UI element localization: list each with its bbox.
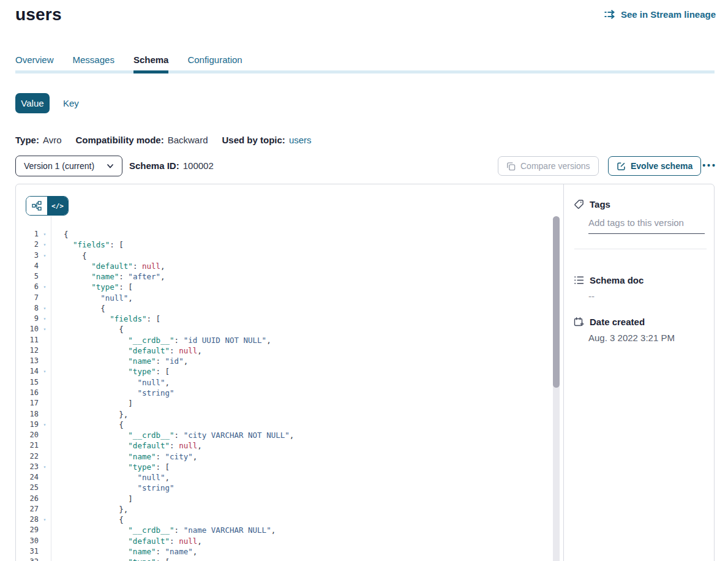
fold-arrow-icon[interactable]: ▾ xyxy=(39,282,51,292)
compatibility-label: Compatibility mode: xyxy=(75,135,163,145)
fold-arrow-icon[interactable]: ▾ xyxy=(39,557,51,561)
fold-arrow-icon[interactable]: ▾ xyxy=(39,303,51,314)
tab-overview[interactable]: Overview xyxy=(15,55,54,67)
code-text: "null", xyxy=(64,472,170,483)
code-text: ] xyxy=(64,494,133,504)
line-number: 29 xyxy=(16,525,39,535)
evolve-schema-button[interactable]: Evolve schema xyxy=(608,156,701,176)
topic-link[interactable]: users xyxy=(289,135,312,145)
code-lines: 1▾{2▾"fields": [3▾{4"default": null,5"na… xyxy=(16,229,549,561)
code-text: }, xyxy=(64,409,128,420)
code-line: 19▾{ xyxy=(16,420,549,430)
line-number: 9 xyxy=(16,314,39,324)
type-value: Avro xyxy=(43,135,62,145)
fold-arrow-icon[interactable]: ▾ xyxy=(39,324,51,334)
code-line: 31"name": "name", xyxy=(16,546,549,557)
code-text: "default": null, xyxy=(64,345,202,356)
version-select-value: Version 1 (current) xyxy=(24,161,94,171)
line-number: 15 xyxy=(16,377,39,388)
fold-arrow-icon[interactable]: ▾ xyxy=(39,514,51,525)
line-number: 3 xyxy=(16,250,39,261)
code-text: }, xyxy=(64,504,128,514)
code-line: 3▾{ xyxy=(16,250,549,261)
compare-versions-button[interactable]: Compare versions xyxy=(498,156,599,176)
code-scrollbar[interactable] xyxy=(553,216,560,561)
tab-bar: Overview Messages Schema Configuration xyxy=(15,55,242,67)
code-text: "type": [ xyxy=(64,557,170,561)
line-number: 10 xyxy=(16,324,39,334)
code-text: "string" xyxy=(64,388,174,398)
fold-arrow-icon[interactable]: ▾ xyxy=(39,420,51,430)
page-title: users xyxy=(15,5,62,24)
code-line: 16"string" xyxy=(16,388,549,398)
stream-lineage-link[interactable]: See in Stream lineage xyxy=(604,9,716,20)
code-line: 29"__crdb__": "name VARCHAR NULL", xyxy=(16,525,549,535)
tag-icon xyxy=(574,199,584,209)
stream-lineage-label: See in Stream lineage xyxy=(621,9,716,20)
fold-spacer xyxy=(39,494,51,504)
fold-spacer xyxy=(39,504,51,514)
code-line: 30"default": null, xyxy=(16,536,549,546)
schema-panel: </> 1▾{2▾"fields": [3▾{4"default": null,… xyxy=(15,184,715,561)
code-text: "null", xyxy=(64,293,133,303)
sidebar-divider xyxy=(574,249,707,249)
value-tab-button[interactable]: Value xyxy=(15,93,50,113)
tab-configuration[interactable]: Configuration xyxy=(187,55,242,67)
line-number: 5 xyxy=(16,271,39,282)
fold-arrow-icon[interactable]: ▾ xyxy=(39,250,51,261)
fold-arrow-icon[interactable]: ▾ xyxy=(39,366,51,377)
fold-spacer xyxy=(39,440,51,451)
code-editor: </> 1▾{2▾"fields": [3▾{4"default": null,… xyxy=(16,184,564,561)
schema-id-label: Schema ID: xyxy=(129,160,179,171)
schema-doc-value: -- xyxy=(588,291,595,301)
code-text: "__crdb__": "name VARCHAR NULL", xyxy=(64,525,276,535)
tags-title: Tags xyxy=(590,199,610,209)
code-text: "null", xyxy=(64,377,170,388)
line-number: 28 xyxy=(16,514,39,525)
date-created-value: Aug. 3 2022 3:21 PM xyxy=(588,333,675,343)
fold-spacer xyxy=(39,335,51,345)
line-number: 27 xyxy=(16,504,39,514)
code-line: 2▾"fields": [ xyxy=(16,239,549,250)
line-number: 21 xyxy=(16,440,39,451)
code-text: { xyxy=(64,303,105,314)
compare-versions-label: Compare versions xyxy=(520,161,590,171)
tree-view-button[interactable] xyxy=(26,197,47,215)
code-view-icon: </> xyxy=(51,202,64,210)
more-options-button[interactable]: ••• xyxy=(699,156,721,175)
code-text: "name": "id", xyxy=(64,356,188,366)
fold-arrow-icon[interactable]: ▾ xyxy=(39,462,51,472)
line-number: 18 xyxy=(16,409,39,420)
code-view-button[interactable]: </> xyxy=(47,197,68,215)
code-text: { xyxy=(64,250,87,261)
tags-input[interactable] xyxy=(588,217,705,234)
tab-schema[interactable]: Schema xyxy=(133,55,169,67)
code-line: 7"null", xyxy=(16,293,549,303)
line-number: 7 xyxy=(16,293,39,303)
code-line: 24"null", xyxy=(16,472,549,483)
code-scrollbar-thumb[interactable] xyxy=(553,216,560,388)
fold-spacer xyxy=(39,271,51,282)
code-text: { xyxy=(64,229,69,239)
code-text: "default": null, xyxy=(64,261,165,271)
key-tab-button[interactable]: Key xyxy=(63,93,79,113)
fold-arrow-icon[interactable]: ▾ xyxy=(39,314,51,324)
fold-spacer xyxy=(39,451,51,462)
date-created-title: Date created xyxy=(590,317,645,327)
fold-spacer xyxy=(39,430,51,440)
date-created-header: Date created xyxy=(574,317,645,327)
version-select[interactable]: Version 1 (current) xyxy=(15,156,122,176)
code-text: { xyxy=(64,514,124,525)
line-number: 20 xyxy=(16,430,39,440)
evolve-schema-label: Evolve schema xyxy=(631,161,692,171)
code-text: "type": [ xyxy=(64,282,133,292)
code-line: 14▾"type": [ xyxy=(16,366,549,377)
tab-messages[interactable]: Messages xyxy=(73,55,114,67)
code-text: "fields": [ xyxy=(64,239,124,250)
fold-arrow-icon[interactable]: ▾ xyxy=(39,229,51,239)
fold-spacer xyxy=(39,409,51,420)
code-text: "default": null, xyxy=(64,440,202,451)
code-text: "name": "city", xyxy=(64,451,197,462)
fold-arrow-icon[interactable]: ▾ xyxy=(39,239,51,250)
code-line: 8▾{ xyxy=(16,303,549,314)
